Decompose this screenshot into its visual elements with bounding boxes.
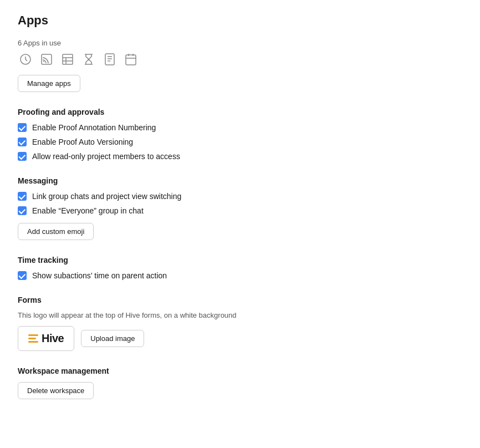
rss-svg — [40, 53, 53, 66]
add-custom-emoji-button[interactable]: Add custom emoji — [18, 223, 94, 240]
checkbox-link-group-chats-label: Link group chats and project view switch… — [32, 192, 181, 201]
table-icon — [60, 52, 75, 67]
manage-apps-button[interactable]: Manage apps — [18, 75, 80, 92]
checkbox-proof-versioning-input[interactable] — [18, 138, 27, 146]
checkbox-show-subactions-input[interactable] — [18, 271, 27, 280]
checkbox-everyone-group-input[interactable] — [18, 206, 27, 215]
proofing-heading: Proofing and approvals — [18, 108, 462, 116]
checkbox-link-group-chats[interactable]: Link group chats and project view switch… — [18, 192, 462, 201]
checkbox-readonly-access-input[interactable] — [18, 152, 27, 161]
svg-rect-10 — [126, 55, 136, 65]
workspace-management-section: Workspace management Delete workspace — [18, 366, 462, 399]
rss-icon — [39, 52, 54, 67]
checkbox-proof-annotation-input[interactable] — [18, 123, 27, 132]
hourglass-icon — [81, 52, 96, 67]
calendar-icon — [123, 52, 139, 67]
clock-svg — [19, 53, 32, 66]
calendar-svg — [124, 53, 137, 66]
checkbox-proof-versioning[interactable]: Enable Proof Auto Versioning — [18, 138, 462, 146]
checkbox-readonly-access-label: Allow read-only project members to acces… — [32, 152, 180, 161]
page-title: Apps — [18, 13, 462, 28]
forms-logo-area: Hive Upload image — [18, 326, 462, 351]
checkbox-everyone-group[interactable]: Enable “Everyone” group in chat — [18, 206, 462, 215]
checkbox-everyone-group-label: Enable “Everyone” group in chat — [32, 206, 144, 215]
checkbox-link-group-chats-input[interactable] — [18, 192, 27, 201]
checkbox-proof-annotation[interactable]: Enable Proof Annotation Numbering — [18, 123, 462, 132]
forms-description: This logo will appear at the top of Hive… — [18, 311, 462, 319]
forms-heading: Forms — [18, 296, 462, 304]
checkbox-readonly-access[interactable]: Allow read-only project members to acces… — [18, 152, 462, 161]
forms-section: Forms This logo will appear at the top o… — [18, 296, 462, 351]
apps-section: 6 Apps in use — [18, 39, 462, 92]
checkbox-show-subactions-label: Show subactions’ time on parent action — [32, 271, 167, 280]
checkbox-show-subactions[interactable]: Show subactions’ time on parent action — [18, 271, 462, 280]
clock-icon — [18, 52, 33, 67]
time-tracking-heading: Time tracking — [18, 256, 462, 264]
time-tracking-section: Time tracking Show subactions’ time on p… — [18, 256, 462, 280]
delete-workspace-button[interactable]: Delete workspace — [18, 382, 94, 399]
hive-line-1 — [28, 334, 38, 336]
hive-line-3 — [28, 341, 38, 343]
hive-logo-text: Hive — [42, 332, 64, 345]
table-svg — [61, 53, 74, 66]
checkbox-proof-annotation-label: Enable Proof Annotation Numbering — [32, 123, 156, 132]
apps-icons-row — [18, 52, 462, 67]
upload-image-button[interactable]: Upload image — [81, 330, 144, 347]
svg-rect-6 — [105, 54, 114, 65]
messaging-section: Messaging Link group chats and project v… — [18, 176, 462, 240]
messaging-heading: Messaging — [18, 176, 462, 185]
document-svg — [103, 53, 116, 66]
workspace-management-heading: Workspace management — [18, 366, 462, 375]
hive-icon-lines — [28, 334, 38, 343]
hive-line-2 — [28, 338, 36, 339]
hive-logo-box: Hive — [18, 326, 74, 351]
svg-rect-2 — [63, 54, 73, 64]
checkbox-proof-versioning-label: Enable Proof Auto Versioning — [32, 138, 133, 146]
hourglass-svg — [82, 53, 95, 66]
apps-count-label: 6 Apps in use — [18, 39, 462, 47]
document-icon — [102, 52, 118, 67]
proofing-section: Proofing and approvals Enable Proof Anno… — [18, 108, 462, 161]
